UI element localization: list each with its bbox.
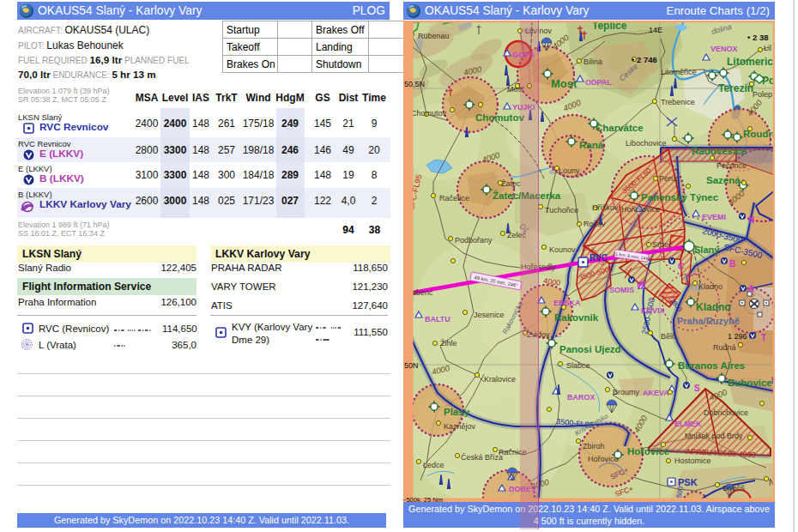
svg-text:Libochovice: Libochovice	[626, 139, 667, 148]
svg-text:Slabce: Slabce	[566, 361, 590, 370]
svg-text:BALTU: BALTU	[425, 315, 450, 323]
svg-text:Pečonce: Pečonce	[716, 161, 747, 170]
svg-text:Chomutov: Chomutov	[411, 109, 447, 118]
svg-text:Charvátce: Charvátce	[595, 123, 644, 133]
svg-text:Dobřiš: Dobřiš	[722, 484, 746, 493]
svg-text:ELMEK: ELMEK	[674, 420, 702, 428]
svg-text:• 2 38: • 2 38	[747, 33, 768, 42]
svg-text:Hořovice: Hořovice	[627, 446, 669, 456]
svg-text:Litomeric: Litomeric	[727, 56, 773, 68]
svg-text:EVEMI: EVEMI	[702, 213, 726, 221]
svg-text:Peruc: Peruc	[659, 174, 680, 183]
svg-text:Polep: Polep	[753, 90, 772, 99]
svg-text:50N: 50N	[404, 361, 419, 370]
svg-text:Kaznějov: Kaznějov	[444, 422, 476, 431]
svg-text:Most: Most	[551, 77, 577, 90]
svg-text:Sazená: Sazená	[706, 175, 741, 185]
svg-text:Mníšek pod Brdy: Mníšek pod Brdy	[685, 432, 743, 440]
svg-text:Bělč: Bělč	[661, 332, 676, 341]
svg-text:AKEVA: AKEVA	[643, 389, 669, 397]
svg-text:RVC: RVC	[589, 253, 608, 263]
svg-text:Broumy: Broumy	[613, 388, 640, 396]
svg-text:Račetice: Račetice	[439, 194, 469, 203]
svg-text:Plasy: Plasy	[444, 407, 470, 417]
svg-text:Ledce: Ledce	[423, 461, 444, 469]
svg-text:Bilina: Bilina	[583, 57, 602, 66]
svg-text:Bubovice: Bubovice	[728, 378, 772, 388]
svg-text:Jesenice: Jesenice	[474, 311, 505, 319]
svg-text:Kladno: Kladno	[696, 301, 731, 313]
svg-text:Dobrichovice: Dobrichovice	[704, 408, 748, 417]
svg-text:Podbořany: Podbořany	[455, 236, 493, 245]
svg-text:Hořešovice: Hořešovice	[621, 205, 660, 214]
svg-text:Zbiroh: Zbiroh	[583, 442, 605, 450]
svg-text:B: B	[729, 259, 735, 269]
svg-text:Žihle: Žihle	[440, 339, 457, 348]
svg-text:ODPAL: ODPAL	[585, 78, 612, 87]
svg-text:Panenský Týnec: Panenský Týnec	[641, 192, 719, 203]
svg-text:Srbeč: Srbeč	[652, 240, 673, 249]
svg-text:Rudná: Rudná	[713, 343, 736, 352]
svg-text:Žatec: Žatec	[501, 179, 521, 188]
svg-text:Slaný: Slaný	[694, 245, 720, 255]
svg-text:A: A	[748, 284, 754, 293]
svg-text:14E: 14E	[649, 26, 662, 34]
svg-text:Kralovice: Kralovice	[484, 375, 516, 384]
svg-text:Kounov: Kounov	[549, 245, 576, 254]
svg-text:W: W	[637, 281, 645, 290]
svg-text:ERSKA: ERSKA	[553, 299, 581, 307]
svg-text:Česká Bříza: Česká Bříza	[461, 453, 503, 462]
svg-text:Kladno: Kladno	[698, 282, 722, 291]
svg-text:Roudn: Roudn	[743, 129, 774, 139]
svg-text:Praha/Ruzyně: Praha/Ruzyně	[677, 316, 740, 326]
svg-text:Chomutov: Chomutov	[475, 112, 524, 123]
svg-text:Ročov: Ročov	[583, 220, 606, 228]
svg-text:Radovesice: Radovesice	[692, 146, 747, 156]
svg-text:SOMIS: SOMIS	[609, 286, 634, 294]
svg-text:KUVIX: KUVIX	[641, 306, 665, 315]
svg-text:Panosi Ujezd: Panosi Ujezd	[559, 344, 621, 354]
svg-text:Trebenice: Trebenice	[661, 98, 695, 106]
svg-text:N: N	[748, 215, 754, 225]
svg-text:VENOX: VENOX	[710, 45, 738, 53]
svg-text:BAROX: BAROX	[567, 393, 595, 402]
svg-text:Buranos Aires: Buranos Aires	[678, 360, 745, 371]
svg-text:PSK: PSK	[678, 477, 698, 487]
svg-text:50,5N: 50,5N	[404, 80, 425, 88]
svg-text:Hostomice: Hostomice	[674, 456, 711, 465]
svg-text:Terezin: Terezin	[718, 82, 753, 94]
svg-text:C: C	[678, 262, 684, 271]
svg-text:Hříškov: Hříškov	[592, 203, 619, 212]
svg-text:Louny: Louny	[559, 166, 580, 175]
svg-text:• 2 746: • 2 746	[632, 55, 657, 64]
svg-text:Litoměřice: Litoměřice	[661, 68, 697, 76]
svg-text:Lil: Lil	[764, 44, 771, 52]
svg-text:T: T	[761, 333, 766, 342]
svg-text:Rakovnik: Rakovnik	[554, 312, 599, 323]
svg-text:1 296: 1 296	[728, 332, 747, 341]
svg-text:Tuchořice: Tuchořice	[545, 206, 578, 215]
svg-text:Raná: Raná	[579, 140, 604, 150]
svg-text:S: S	[694, 384, 700, 393]
svg-text:Hořovice: Hořovice	[588, 455, 619, 463]
svg-text:Rübenau: Rübenau	[418, 32, 450, 40]
